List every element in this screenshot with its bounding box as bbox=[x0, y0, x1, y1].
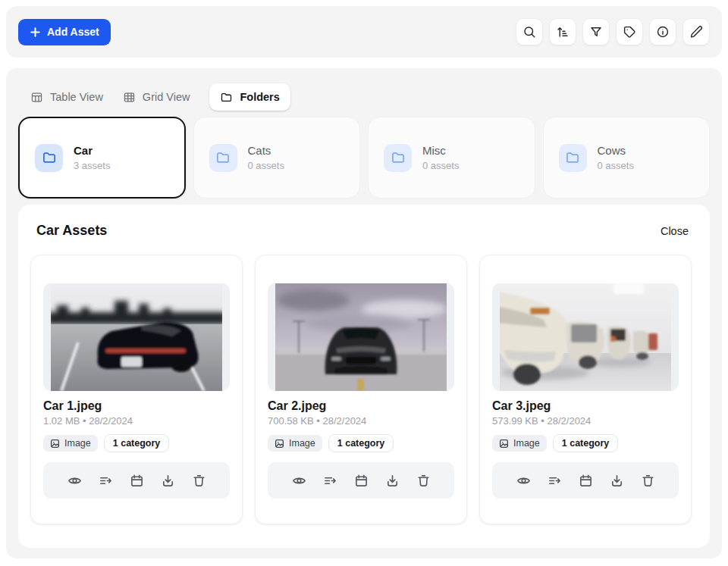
folder-asset-count: 3 assets bbox=[74, 160, 110, 171]
download-icon bbox=[161, 474, 175, 488]
car-assets-panel: Car Assets Close bbox=[18, 205, 710, 548]
delete-button[interactable] bbox=[188, 470, 209, 491]
list-forward-icon bbox=[99, 474, 113, 488]
type-badge: Image bbox=[43, 435, 98, 452]
search-button[interactable] bbox=[516, 18, 543, 45]
move-to-list-button[interactable] bbox=[319, 470, 340, 491]
asset-meta: 700.58 KB • 28/2/2024 bbox=[268, 415, 454, 427]
toolbar-icon-group bbox=[516, 18, 710, 45]
folder-grid: Car 3 assets Cats 0 assets Misc 0 assets bbox=[18, 117, 710, 199]
preview-button[interactable] bbox=[64, 470, 85, 491]
download-icon bbox=[610, 474, 624, 488]
asset-card[interactable]: Car 2.jpeg 700.58 KB • 28/2/2024 Image 1… bbox=[255, 255, 467, 524]
folder-icon-box bbox=[384, 144, 412, 172]
folder-card-cats[interactable]: Cats 0 assets bbox=[193, 117, 361, 199]
tab-grid-view[interactable]: Grid View bbox=[123, 91, 190, 104]
folder-name: Misc bbox=[422, 144, 459, 158]
folder-asset-count: 0 assets bbox=[598, 160, 634, 171]
asset-meta: 573.99 KB • 28/2/2024 bbox=[492, 415, 679, 427]
preview-button[interactable] bbox=[513, 470, 534, 491]
tab-table-view[interactable]: Table View bbox=[30, 91, 103, 104]
eye-icon bbox=[67, 474, 82, 488]
list-forward-icon bbox=[323, 474, 337, 488]
folder-icon bbox=[42, 150, 57, 165]
top-toolbar: Add Asset bbox=[6, 6, 722, 58]
search-icon bbox=[522, 25, 536, 39]
download-button[interactable] bbox=[606, 470, 627, 491]
tag-button[interactable] bbox=[616, 18, 643, 45]
sort-button[interactable] bbox=[549, 18, 576, 45]
trash-icon bbox=[416, 474, 431, 488]
folder-icon bbox=[565, 150, 580, 165]
eye-icon bbox=[292, 474, 306, 488]
eye-icon bbox=[516, 474, 531, 488]
edit-button[interactable] bbox=[682, 18, 710, 45]
folder-icon-box bbox=[35, 144, 63, 172]
list-forward-icon bbox=[548, 474, 562, 488]
car-1-photo bbox=[51, 283, 222, 391]
type-badge-label: Image bbox=[289, 438, 315, 449]
category-badge: 1 category bbox=[104, 434, 170, 452]
folder-name: Cows bbox=[598, 144, 634, 158]
assets-panel-header: Car Assets Close bbox=[18, 205, 710, 239]
folder-icon bbox=[215, 150, 231, 165]
view-tabs: Table View Grid View Folders bbox=[30, 83, 290, 111]
main-panel: Table View Grid View Folders Car 3 asset… bbox=[6, 68, 722, 558]
folder-name: Cats bbox=[248, 144, 284, 158]
calendar-button[interactable] bbox=[126, 470, 147, 491]
asset-card[interactable]: Car 3.jpeg 573.99 KB • 28/2/2024 Image 1… bbox=[479, 255, 692, 524]
calendar-icon bbox=[130, 474, 144, 488]
folder-card-car[interactable]: Car 3 assets bbox=[18, 117, 186, 199]
asset-filename: Car 3.jpeg bbox=[492, 399, 679, 413]
sort-ascending-icon bbox=[556, 25, 570, 39]
calendar-button[interactable] bbox=[575, 470, 596, 491]
asset-thumbnail bbox=[492, 283, 679, 391]
tab-folders[interactable]: Folders bbox=[209, 83, 290, 111]
asset-card-row: Car 1.jpeg 1.02 MB • 28/2/2024 Image 1 c… bbox=[30, 255, 692, 524]
type-badge: Image bbox=[268, 435, 322, 452]
asset-action-bar bbox=[492, 462, 679, 499]
move-to-list-button[interactable] bbox=[544, 470, 565, 491]
preview-button[interactable] bbox=[288, 470, 309, 491]
asset-thumbnail bbox=[268, 283, 454, 391]
folder-icon-box bbox=[559, 144, 587, 172]
download-button[interactable] bbox=[381, 470, 403, 491]
add-asset-label: Add Asset bbox=[47, 26, 99, 38]
asset-card[interactable]: Car 1.jpeg 1.02 MB • 28/2/2024 Image 1 c… bbox=[30, 255, 243, 524]
asset-action-bar bbox=[268, 462, 454, 499]
trash-icon bbox=[641, 474, 655, 488]
filter-button[interactable] bbox=[582, 18, 610, 45]
info-icon bbox=[656, 25, 670, 39]
download-icon bbox=[385, 474, 400, 488]
folder-card-cows[interactable]: Cows 0 assets bbox=[543, 117, 711, 199]
info-button[interactable] bbox=[649, 18, 676, 45]
type-badge-label: Image bbox=[64, 438, 91, 449]
assets-panel-title: Car Assets bbox=[36, 223, 107, 239]
asset-thumbnail bbox=[43, 283, 230, 391]
folder-icon bbox=[391, 150, 406, 165]
download-button[interactable] bbox=[157, 470, 178, 491]
category-badge: 1 category bbox=[553, 434, 619, 452]
close-button[interactable]: Close bbox=[661, 225, 689, 237]
asset-filename: Car 2.jpeg bbox=[268, 399, 454, 413]
asset-action-bar bbox=[43, 462, 230, 499]
move-to-list-button[interactable] bbox=[95, 470, 116, 491]
type-badge: Image bbox=[492, 435, 547, 452]
car-3-photo bbox=[500, 283, 671, 391]
image-icon bbox=[499, 439, 509, 449]
tab-label: Folders bbox=[240, 91, 279, 103]
delete-button[interactable] bbox=[637, 470, 658, 491]
folder-asset-count: 0 assets bbox=[422, 160, 459, 171]
folder-icon bbox=[220, 91, 233, 104]
folder-asset-count: 0 assets bbox=[248, 160, 284, 171]
calendar-button[interactable] bbox=[350, 470, 372, 491]
car-2-photo bbox=[275, 283, 447, 391]
tag-icon bbox=[623, 25, 636, 39]
trash-icon bbox=[192, 474, 206, 488]
calendar-icon bbox=[354, 474, 369, 488]
plus-icon bbox=[30, 27, 41, 38]
add-asset-button[interactable]: Add Asset bbox=[18, 19, 111, 45]
asset-meta: 1.02 MB • 28/2/2024 bbox=[43, 415, 230, 427]
folder-card-misc[interactable]: Misc 0 assets bbox=[368, 117, 535, 199]
delete-button[interactable] bbox=[413, 470, 434, 491]
